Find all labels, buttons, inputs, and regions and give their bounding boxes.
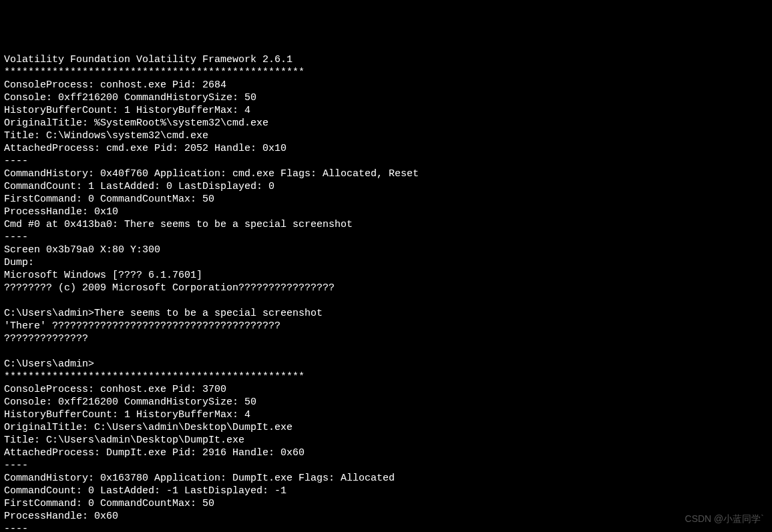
original-title-line: OriginalTitle: C:\Users\admin\Desktop\Du… bbox=[4, 422, 293, 433]
copyright-line: ???????? (c) 2009 Microsoft Corporation?… bbox=[4, 282, 335, 294]
title-line: Title: C:\Users\admin\Desktop\DumpIt.exe bbox=[4, 435, 244, 446]
attached-process-line: AttachedProcess: cmd.exe Pid: 2052 Handl… bbox=[4, 143, 286, 154]
dashes-line: ---- bbox=[4, 460, 28, 471]
command-history-line: CommandHistory: 0x163780 Application: Du… bbox=[4, 473, 395, 484]
console-line: Console: 0xff216200 CommandHistorySize: … bbox=[4, 92, 256, 103]
there-line: 'There' ????????????????????????????????… bbox=[4, 320, 280, 332]
command-count-line: CommandCount: 0 LastAdded: -1 LastDispla… bbox=[4, 485, 286, 497]
console-line: Console: 0xff216200 CommandHistorySize: … bbox=[4, 396, 256, 408]
separator-line: ****************************************… bbox=[4, 67, 305, 78]
first-command-line: FirstCommand: 0 CommandCountMax: 50 bbox=[4, 498, 214, 509]
terminal-output: Volatility Foundation Volatility Framewo… bbox=[4, 53, 768, 532]
process-handle-line: ProcessHandle: 0x10 bbox=[4, 206, 118, 218]
attached-process-line: AttachedProcess: DumpIt.exe Pid: 2916 Ha… bbox=[4, 447, 305, 459]
cmd0-line: Cmd #0 at 0x413ba0: There seems to be a … bbox=[4, 219, 353, 230]
history-buffer-line: HistoryBufferCount: 1 HistoryBufferMax: … bbox=[4, 105, 250, 116]
dashes-line: ---- bbox=[4, 232, 28, 243]
command-history-line: CommandHistory: 0x40f760 Application: cm… bbox=[4, 168, 419, 180]
console-process-line: ConsoleProcess: conhost.exe Pid: 3700 bbox=[4, 384, 226, 395]
dump-line: Dump: bbox=[4, 257, 34, 268]
watermark: CSDN @小蓝同学` bbox=[685, 513, 764, 525]
history-buffer-line: HistoryBufferCount: 1 HistoryBufferMax: … bbox=[4, 409, 250, 421]
screen-line: Screen 0x3b79a0 X:80 Y:300 bbox=[4, 244, 160, 256]
prompt-line: C:\Users\admin>There seems to be a speci… bbox=[4, 308, 323, 319]
first-command-line: FirstCommand: 0 CommandCountMax: 50 bbox=[4, 194, 214, 205]
dashes-line: ---- bbox=[4, 156, 28, 167]
ms-windows-line: Microsoft Windows [???? 6.1.7601] bbox=[4, 270, 202, 281]
original-title-line: OriginalTitle: %SystemRoot%\system32\cmd… bbox=[4, 117, 268, 129]
prompt-line: C:\Users\admin> bbox=[4, 358, 94, 370]
dashes-line: ---- bbox=[4, 523, 28, 532]
console-process-line: ConsoleProcess: conhost.exe Pid: 2684 bbox=[4, 79, 226, 91]
title-line: Title: C:\Windows\system32\cmd.exe bbox=[4, 130, 208, 142]
separator-line: ****************************************… bbox=[4, 371, 305, 382]
qmarks-line: ?????????????? bbox=[4, 333, 88, 344]
command-count-line: CommandCount: 1 LastAdded: 0 LastDisplay… bbox=[4, 181, 274, 192]
process-handle-line: ProcessHandle: 0x60 bbox=[4, 511, 118, 522]
header-line: Volatility Foundation Volatility Framewo… bbox=[4, 54, 293, 65]
